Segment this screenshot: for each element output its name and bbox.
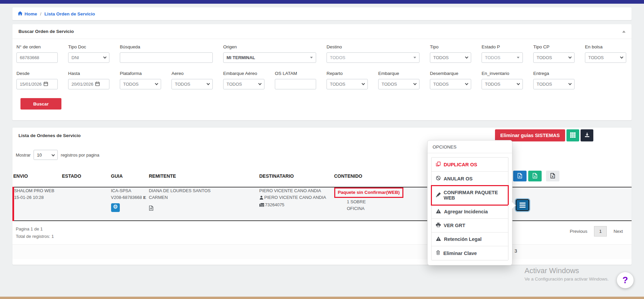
excel-file-icon: x	[550, 173, 555, 179]
menu-item-duplicar-os[interactable]: DUPLICAR OS	[432, 158, 508, 172]
chevron-down-icon	[155, 82, 158, 85]
os-latam-input[interactable]	[275, 79, 316, 89]
opciones-title: OPCIONES	[428, 140, 512, 153]
page-size-select[interactable]: 10	[34, 150, 58, 160]
chevron-down-icon	[517, 82, 520, 85]
origen-select[interactable]: MI TERMINAL	[223, 52, 316, 63]
search-panel: Buscar Orden de Servicio N° de orden Tip…	[12, 24, 632, 120]
pagination-next[interactable]: Next	[613, 229, 623, 234]
export-excel-blue-button[interactable]: x	[513, 171, 527, 181]
field-destino: Destino TODOS	[327, 44, 419, 63]
pencil-icon	[436, 193, 441, 198]
excel-file-icon: x	[533, 173, 537, 179]
destinatario-contact-line: PIERO VICENTE CANO ANDIA	[259, 194, 332, 202]
embarque-select[interactable]: TODOS	[378, 79, 419, 89]
plataforma-select[interactable]: TODOS	[120, 79, 161, 89]
excel-file-icon: x	[517, 173, 522, 179]
breadcrumb-current-link[interactable]: Lista Orden de Servicio	[44, 11, 95, 16]
estado-p-select[interactable]: TODOS	[482, 52, 523, 63]
en-bolsa-select[interactable]: TODOS	[585, 52, 626, 63]
hasta-date-input[interactable]: 20/01/2026	[68, 79, 109, 89]
column-envio[interactable]: ENVIO	[13, 168, 62, 187]
desembarque-select[interactable]: TODOS	[430, 79, 471, 89]
download-button[interactable]	[581, 129, 593, 141]
column-remitente[interactable]: REMITENTE	[149, 168, 259, 187]
search-form-row-1: N° de orden Tipo Doc DNI Búsqueda Origen…	[16, 44, 628, 63]
menu-item-ver-grt[interactable]: VER GRT	[432, 219, 508, 232]
remitente-name: DIANA DE LOURDES SANTOS CARMEN	[149, 187, 219, 201]
export-excel-gray-button[interactable]: x	[546, 171, 559, 181]
row-options-menu-button[interactable]	[516, 199, 529, 211]
table-footer: Pagina 1 de 1 Total de registros: 1 Prev…	[12, 221, 632, 240]
orders-list-panel: Lista de Ordenes de Servicio Eliminar gu…	[12, 128, 632, 265]
destinatario-name: PIERO VICENTE CANO ANDIA	[259, 187, 332, 194]
search-panel-title: Buscar Orden de Servicio	[18, 29, 74, 34]
field-label: Plataforma	[120, 71, 161, 76]
pagination-page-1[interactable]: 1	[594, 226, 607, 237]
orders-list-header: Lista de Ordenes de Servicio Eliminar gu…	[12, 128, 632, 143]
search-form: N° de orden Tipo Doc DNI Búsqueda Origen…	[12, 39, 632, 110]
breadcrumb-home-link[interactable]: Home	[18, 11, 37, 16]
home-icon	[18, 11, 22, 16]
menu-item-anular-os[interactable]: ANULAR OS	[432, 172, 508, 186]
ban-icon	[436, 176, 441, 181]
column-guia[interactable]: GUIA	[111, 168, 149, 187]
column-destinatario[interactable]: DESTINATARIO	[259, 168, 334, 187]
field-label: Estado P	[482, 44, 523, 49]
trash-icon	[436, 250, 440, 256]
tipo-doc-select[interactable]: DNI	[68, 52, 109, 63]
menu-item-eliminar-clave[interactable]: Eliminar Clave	[432, 246, 508, 260]
menu-item-retencion-legal[interactable]: Retención Legal	[432, 232, 508, 246]
field-label: Hasta	[68, 71, 109, 76]
web-origin-badge[interactable]	[111, 203, 120, 212]
warning-icon	[436, 209, 441, 214]
field-tipo-doc: Tipo Doc DNI	[68, 44, 109, 63]
grid-view-button[interactable]	[566, 129, 579, 141]
field-estado-p: Estado P TODOS	[482, 44, 523, 63]
menu-item-agregar-incidencia[interactable]: Agregar Incidencia	[432, 205, 508, 219]
search-form-row-2: Desde 15/01/2026 Hasta 20/01/2026 Plataf…	[16, 71, 628, 89]
collapse-caret-icon[interactable]	[622, 31, 626, 33]
field-label: Aereo	[171, 71, 213, 76]
busqueda-input[interactable]	[120, 52, 213, 63]
en-inventario-select[interactable]: TODOS	[482, 79, 523, 89]
numero-orden-input[interactable]	[16, 52, 58, 63]
eliminar-guias-button[interactable]: Eliminar guias SISTEMAS	[495, 129, 565, 141]
grid-icon	[570, 132, 576, 139]
field-label: Entrega	[533, 71, 575, 76]
field-reparto: Reparto TODOS	[327, 71, 368, 89]
opciones-dropdown: OPCIONES DUPLICAR OS ANULAR OS CONFIRMAR…	[427, 140, 512, 265]
buscar-button[interactable]: Buscar	[20, 98, 61, 110]
caret-down-icon	[517, 57, 519, 58]
pagination-previous[interactable]: Previous	[570, 229, 588, 234]
field-label: Origen	[223, 44, 316, 49]
chevron-down-icon	[52, 153, 55, 156]
tipo-select[interactable]: TODOS	[430, 52, 471, 63]
field-origen: Origen MI TERMINAL	[223, 44, 316, 63]
breadcrumb-separator: /	[40, 11, 42, 16]
help-button[interactable]: ?	[617, 272, 634, 288]
field-embarque: Embarque TODOS	[378, 71, 419, 89]
document-icon[interactable]	[149, 206, 257, 213]
chevron-down-icon	[362, 82, 365, 85]
menu-item-confirmar-paquete-web[interactable]: CONFIRMAR PAQUETE WEB	[432, 186, 508, 205]
desde-date-input[interactable]: 15/01/2026	[16, 79, 58, 89]
field-desde: Desde 15/01/2026	[16, 71, 58, 89]
field-numero-orden: N° de orden	[16, 44, 58, 63]
embarque-aereo-select[interactable]: TODOS	[223, 79, 264, 89]
tipo-cp-select[interactable]: TODOS	[533, 52, 575, 63]
destino-select[interactable]: TODOS	[327, 52, 419, 63]
opciones-list: DUPLICAR OS ANULAR OS CONFIRMAR PAQUETE …	[431, 157, 508, 260]
export-excel-green-button[interactable]: x	[528, 171, 542, 181]
table-header-row: ENVIO ESTADO GUIA REMITENTE DESTINATARIO…	[13, 168, 632, 187]
person-icon	[259, 196, 263, 201]
guia-route: ICA-SPSA	[111, 187, 147, 194]
entrega-select[interactable]: TODOS	[533, 79, 575, 89]
printer-icon	[436, 223, 441, 228]
reparto-select[interactable]: TODOS	[327, 79, 368, 89]
watermark-line2: Ve a Configuración para activar Windows.	[525, 276, 609, 282]
column-estado[interactable]: ESTADO	[62, 168, 111, 187]
paquete-sin-confirmar-badge: Paquete sin Confirmar(WEB)	[334, 187, 404, 198]
aereo-select[interactable]: TODOS	[171, 79, 213, 89]
field-aereo: Aereo TODOS	[171, 71, 213, 89]
